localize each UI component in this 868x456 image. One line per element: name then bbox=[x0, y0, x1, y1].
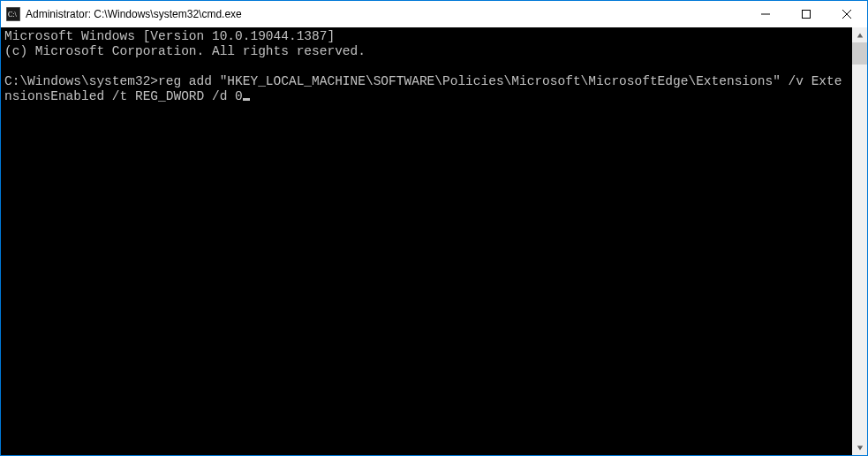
svg-text:C:\: C:\ bbox=[8, 11, 18, 19]
cmd-window: C:\ Administrator: C:\Windows\system32\c… bbox=[0, 0, 868, 456]
scroll-up-button[interactable] bbox=[852, 27, 867, 42]
close-button[interactable] bbox=[826, 1, 867, 27]
window-title: Administrator: C:\Windows\system32\cmd.e… bbox=[26, 8, 745, 20]
minimize-button[interactable] bbox=[745, 1, 786, 27]
svg-rect-3 bbox=[803, 11, 811, 19]
scroll-track[interactable] bbox=[852, 42, 867, 440]
terminal-output[interactable]: Microsoft Windows [Version 10.0.19044.13… bbox=[1, 27, 852, 455]
prompt: C:\Windows\system32> bbox=[4, 74, 158, 88]
cursor bbox=[243, 98, 250, 101]
vertical-scrollbar[interactable] bbox=[852, 27, 867, 455]
cmd-icon: C:\ bbox=[6, 7, 20, 21]
banner-line: (c) Microsoft Corporation. All rights re… bbox=[4, 44, 366, 58]
titlebar[interactable]: C:\ Administrator: C:\Windows\system32\c… bbox=[1, 1, 867, 27]
scroll-thumb[interactable] bbox=[852, 42, 867, 65]
client-area: Microsoft Windows [Version 10.0.19044.13… bbox=[1, 27, 867, 455]
scroll-down-button[interactable] bbox=[852, 440, 867, 455]
banner-line: Microsoft Windows [Version 10.0.19044.13… bbox=[4, 29, 335, 43]
maximize-button[interactable] bbox=[786, 1, 826, 27]
window-controls bbox=[745, 1, 867, 27]
